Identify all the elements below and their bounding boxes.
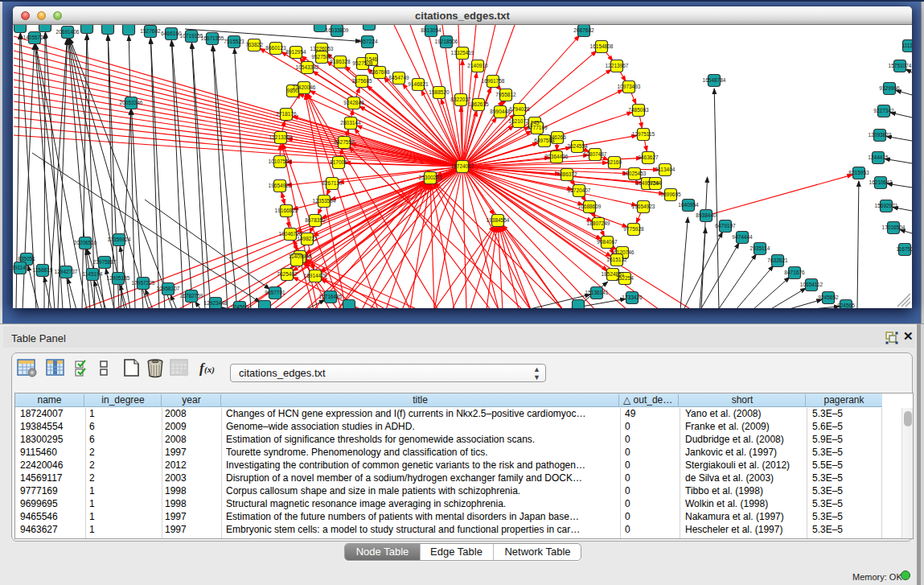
svg-text:9244: 9244 — [650, 180, 662, 186]
svg-text:2803144: 2803144 — [340, 120, 361, 126]
svg-text:16914479: 16914479 — [304, 273, 327, 278]
svg-text:62160: 62160 — [607, 159, 622, 165]
svg-text:19218506: 19218506 — [435, 39, 458, 44]
svg-text:19654925: 19654925 — [269, 183, 292, 188]
svg-text:19654923: 19654923 — [632, 204, 655, 209]
svg-text:1640954: 1640954 — [678, 202, 699, 208]
svg-text:391149: 391149 — [13, 265, 29, 270]
svg-text:8454749: 8454749 — [388, 75, 409, 80]
svg-text:7632621: 7632621 — [767, 257, 788, 263]
svg-text:16210643: 16210643 — [869, 179, 893, 185]
svg-text:13325419: 13325419 — [451, 50, 474, 56]
svg-text:1145194: 1145194 — [83, 271, 103, 277]
svg-text:2935114: 2935114 — [750, 245, 770, 251]
svg-text:10807487: 10807487 — [584, 151, 607, 157]
svg-text:19384554: 19384554 — [487, 217, 510, 223]
svg-text:25300203: 25300203 — [419, 175, 442, 180]
svg-text:763822: 763822 — [245, 42, 263, 47]
svg-text:16961758: 16961758 — [482, 78, 505, 84]
svg-text:10543342: 10543342 — [296, 64, 319, 70]
svg-text:1244415: 1244415 — [868, 154, 889, 160]
svg-text:9657791: 9657791 — [265, 290, 285, 295]
svg-text:20206516: 20206516 — [74, 240, 97, 245]
svg-text:1615132: 1615132 — [606, 257, 627, 262]
svg-text:2140910: 2140910 — [467, 63, 488, 68]
svg-text:12353594: 12353594 — [313, 198, 336, 204]
svg-text:8186328: 8186328 — [330, 59, 351, 64]
svg-text:12213369: 12213369 — [269, 134, 293, 140]
svg-text:1733426: 1733426 — [622, 295, 643, 300]
svg-text:835051: 835051 — [18, 256, 35, 262]
svg-text:817006: 817006 — [330, 159, 347, 165]
svg-text:14055721: 14055721 — [23, 35, 47, 40]
svg-text:16120746: 16120746 — [611, 249, 634, 255]
svg-text:6466160: 6466160 — [161, 31, 182, 36]
svg-text:116753: 116753 — [896, 246, 912, 252]
svg-text:16154808: 16154808 — [590, 43, 614, 49]
svg-text:2087682: 2087682 — [573, 27, 594, 33]
svg-text:3113404: 3113404 — [655, 167, 676, 172]
svg-text:16548784: 16548784 — [703, 77, 726, 83]
svg-text:13226053: 13226053 — [310, 46, 334, 51]
svg-text:7515523: 7515523 — [224, 39, 244, 44]
svg-text:17957225: 17957225 — [132, 280, 155, 286]
svg-text:8678352: 8678352 — [305, 217, 326, 223]
svg-text:15720407: 15720407 — [568, 187, 591, 193]
svg-text:19166825: 19166825 — [275, 208, 298, 213]
svg-text:1546: 1546 — [366, 56, 378, 62]
svg-text:1621072: 1621072 — [508, 118, 529, 124]
svg-text:8660123: 8660123 — [265, 45, 286, 51]
svg-text:10688609: 10688609 — [578, 204, 602, 209]
svg-text:18724007: 18724007 — [451, 163, 474, 169]
svg-text:23975887: 23975887 — [93, 259, 117, 265]
svg-text:15716485: 15716485 — [319, 294, 343, 299]
svg-text:9775928: 9775928 — [623, 226, 644, 232]
svg-text:9329966: 9329966 — [879, 85, 900, 91]
svg-text:1362615: 1362615 — [468, 101, 489, 107]
svg-text:15751074: 15751074 — [889, 63, 912, 68]
svg-text:9146821: 9146821 — [408, 81, 429, 87]
svg-text:746266: 746266 — [548, 134, 566, 140]
svg-text:11123: 11123 — [901, 43, 912, 48]
svg-text:7955812: 7955812 — [495, 92, 516, 97]
svg-text:12093823: 12093823 — [869, 132, 892, 138]
svg-text:6479197: 6479197 — [715, 223, 736, 229]
svg-text:9227342: 9227342 — [873, 108, 894, 113]
svg-text:3624554: 3624554 — [567, 143, 588, 149]
svg-text:9463627: 9463627 — [638, 154, 659, 160]
svg-text:10973493: 10973493 — [618, 84, 641, 89]
svg-text:11409948: 11409948 — [289, 253, 312, 259]
svg-text:8990448: 8990448 — [490, 109, 511, 114]
svg-text:9777169: 9777169 — [527, 125, 548, 130]
svg-text:252254: 252254 — [616, 275, 634, 281]
svg-text:8471676: 8471676 — [784, 270, 805, 275]
svg-text:9084067: 9084067 — [597, 239, 618, 245]
svg-text:1588520: 1588520 — [429, 89, 450, 95]
svg-text:2718176: 2718176 — [276, 111, 297, 117]
svg-text:20053346: 20053346 — [120, 100, 143, 105]
svg-text:7485063: 7485063 — [628, 107, 649, 113]
svg-text:15136141: 15136141 — [585, 290, 609, 295]
svg-text:924560: 924560 — [231, 304, 248, 308]
svg-text:1498222: 1498222 — [297, 236, 318, 241]
svg-text:924565: 924565 — [837, 303, 855, 308]
svg-text:9245652: 9245652 — [818, 295, 839, 300]
svg-text:12942737: 12942737 — [55, 269, 78, 274]
svg-text:8427552: 8427552 — [334, 139, 355, 145]
svg-text:8912954: 8912954 — [285, 49, 306, 55]
svg-text:9474444: 9474444 — [732, 234, 753, 240]
svg-text:17016504: 17016504 — [882, 225, 906, 230]
svg-text:9899695: 9899695 — [660, 192, 681, 197]
svg-text:9890: 9890 — [287, 88, 299, 93]
svg-text:12923448: 12923448 — [204, 300, 228, 306]
svg-text:16033809: 16033809 — [326, 27, 349, 33]
svg-text:9527505: 9527505 — [311, 54, 332, 60]
svg-text:3875685: 3875685 — [351, 78, 372, 84]
svg-text:2867608: 2867608 — [369, 69, 390, 75]
svg-text:12975115: 12975115 — [632, 131, 655, 137]
svg-text:12213967: 12213967 — [606, 63, 629, 68]
svg-text:7357224: 7357224 — [357, 39, 378, 44]
svg-text:8267130: 8267130 — [322, 180, 343, 186]
svg-text:7386372: 7386372 — [556, 171, 577, 177]
svg-text:20691406: 20691406 — [56, 29, 80, 35]
